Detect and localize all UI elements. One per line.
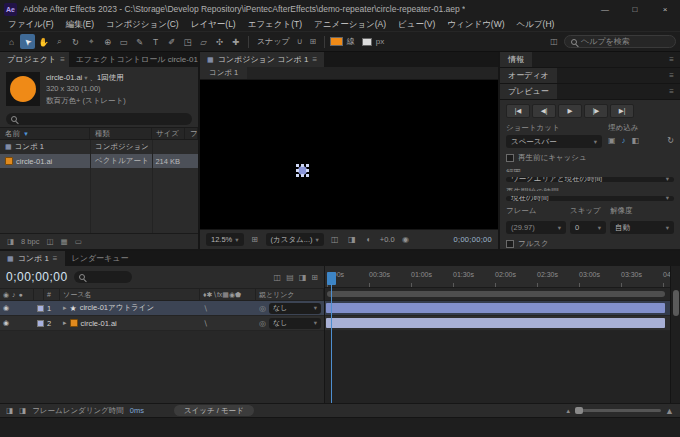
cache-checkbox[interactable] — [506, 154, 514, 162]
column-header-extra[interactable]: フ — [185, 128, 198, 139]
viewport-timecode[interactable]: 0;00;00;00 — [454, 235, 492, 244]
clone-stamp-tool-icon[interactable]: ◳ — [180, 34, 195, 49]
tab-timeline-comp1[interactable]: ▦ コンポ 1 ≡ — [0, 251, 65, 266]
parent-link-column-header[interactable]: 親とリンク — [256, 289, 324, 300]
type-tool-icon[interactable]: T — [148, 34, 163, 49]
selection-tool-icon[interactable]: ➤ — [20, 34, 35, 49]
roto-brush-tool-icon[interactable]: ✣ — [212, 34, 227, 49]
twirl-icon[interactable]: ▸ — [63, 304, 67, 312]
minimize-button[interactable]: — — [590, 0, 620, 18]
interpret-footage-icon[interactable]: ◨ — [7, 237, 14, 246]
scrollbar-thumb[interactable] — [673, 290, 679, 316]
layer-duration-bar[interactable] — [326, 318, 665, 328]
selection-handles[interactable] — [296, 164, 299, 167]
tab-project[interactable]: プロジェクト ≡ — [0, 52, 69, 67]
draft-3d-icon[interactable]: ▤ — [286, 273, 294, 282]
loop-icon[interactable]: ↻ — [667, 136, 674, 145]
layer-duration-bar[interactable] — [326, 303, 665, 313]
project-bpc[interactable]: 8 bpc — [21, 237, 39, 246]
time-ruler[interactable]: 0:00s 00:30s 01:00s 01:30s 02:00s 02:30s… — [325, 266, 670, 288]
puppet-tool-icon[interactable]: ✚ — [228, 34, 243, 49]
project-item-footage[interactable]: circle-01.ai ベクトルアート 214 KB — [0, 154, 198, 168]
quality-switch-icon[interactable]: ∖ — [203, 304, 208, 313]
column-header-size[interactable]: サイズ — [152, 128, 185, 139]
menu-view[interactable]: ビュー(V) — [392, 19, 441, 31]
work-area-bar[interactable] — [327, 291, 665, 297]
quality-switch-icon[interactable]: ∖ — [203, 319, 208, 328]
zoom-out-mountain-icon[interactable]: ▲ — [565, 408, 571, 414]
skip-select[interactable]: 0▾ — [570, 221, 606, 234]
panel-menu-icon[interactable]: ≡ — [53, 254, 58, 263]
hand-tool-icon[interactable]: ✋ — [36, 34, 51, 49]
tab-render-queue[interactable]: レンダーキュー — [65, 251, 136, 266]
menu-effect[interactable]: エフェクト(T) — [242, 19, 308, 31]
view-layout-select[interactable]: (カスタム...) ▾ — [266, 233, 324, 246]
snap-align-icon[interactable]: ⊞ — [307, 37, 319, 46]
shortcut-select[interactable]: スペースバー ▾ — [506, 135, 602, 148]
zoom-slider[interactable] — [575, 409, 661, 412]
go-to-start-button[interactable]: |◀ — [506, 104, 530, 118]
include-overlays-icon[interactable]: ◧ — [632, 136, 640, 145]
close-button[interactable]: × — [650, 0, 680, 18]
zoom-in-mountain-icon[interactable]: ▲ — [665, 406, 674, 416]
parent-select[interactable]: なし ▾ — [269, 303, 321, 314]
rotate-tool-icon[interactable]: ↻ — [68, 34, 83, 49]
timeline-vertical-scrollbar[interactable] — [670, 266, 680, 403]
trash-icon[interactable]: ▭ — [75, 237, 82, 246]
panel-menu-icon[interactable]: ≡ — [669, 84, 680, 99]
project-search-input[interactable] — [6, 113, 192, 125]
include-video-icon[interactable]: ▣ — [608, 136, 616, 145]
chevron-down-icon[interactable]: ▾ — [84, 73, 87, 83]
layer-row-2[interactable]: ◉ 2 ▸ circle-01.ai ∖ ◎ なし ▾ — [0, 316, 324, 331]
parent-select[interactable]: なし ▾ — [269, 318, 321, 329]
tab-preview[interactable]: プレビュー — [500, 84, 557, 99]
expand-transform-icon[interactable]: ◨ — [6, 406, 13, 415]
layer-color-swatch[interactable] — [37, 305, 44, 312]
switches-modes-button[interactable]: スイッチ / モード — [174, 405, 254, 416]
menu-edit[interactable]: 編集(E) — [60, 19, 100, 31]
fill-color-swatch[interactable] — [330, 37, 343, 46]
new-folder-icon[interactable]: ◫ — [46, 237, 53, 246]
panel-menu-icon[interactable]: ≡ — [60, 55, 65, 64]
frame-blend-icon[interactable]: ⊞ — [311, 273, 318, 282]
shy-icon[interactable]: ◨ — [299, 273, 307, 282]
eye-icon[interactable]: ◉ — [3, 319, 9, 327]
column-header-type[interactable]: 種類 — [90, 128, 152, 139]
play-from-select[interactable]: 現在の時間 ▾ — [506, 196, 674, 201]
next-frame-button[interactable]: |▶ — [584, 104, 608, 118]
layer-color-swatch[interactable] — [37, 320, 44, 327]
audio-icon[interactable]: ♪ — [12, 291, 16, 298]
current-timecode[interactable]: 0;00;00;00 — [6, 270, 68, 284]
brush-tool-icon[interactable]: ✐ — [164, 34, 179, 49]
maximize-button[interactable]: □ — [620, 0, 650, 18]
zoom-slider-thumb[interactable] — [575, 407, 583, 414]
pickwhip-icon[interactable]: ◎ — [259, 319, 266, 328]
pen-tool-icon[interactable]: ✎ — [132, 34, 147, 49]
frame-rate-select[interactable]: (29.97)▾ — [506, 221, 566, 234]
range-select[interactable]: ワークエリアと現在の時間 ▾ — [506, 177, 674, 182]
eye-icon[interactable]: ◉ — [3, 304, 9, 312]
resolution-select[interactable]: 自動▾ — [610, 221, 674, 234]
twirl-icon[interactable]: ▸ — [63, 319, 67, 327]
previous-frame-button[interactable]: ◀| — [532, 104, 556, 118]
exposure-icon[interactable]: ◐ — [363, 235, 375, 244]
circle-shape[interactable] — [298, 166, 307, 175]
help-search-input[interactable]: ヘルプを検索 — [564, 35, 676, 48]
timeline-search-input[interactable] — [74, 271, 132, 283]
viewer-tab-comp1[interactable]: コンポ 1 — [200, 67, 247, 79]
snap-magnet-icon[interactable]: ∪ — [294, 37, 306, 46]
pan-behind-tool-icon[interactable]: ⊕ — [100, 34, 115, 49]
composition-viewport[interactable] — [200, 80, 498, 229]
menu-animation[interactable]: アニメーション(A) — [308, 19, 392, 31]
snapshot-icon[interactable]: ◉ — [400, 235, 412, 244]
tab-effect-controls[interactable]: エフェクトコントロール circle-01 — [69, 52, 198, 67]
tab-composition[interactable]: ▦ コンポジション コンポ 1 ≡ — [200, 52, 324, 67]
menu-window[interactable]: ウィンドウ(W) — [441, 19, 510, 31]
panel-menu-icon[interactable]: ≡ — [312, 55, 317, 64]
pickwhip-icon[interactable]: ◎ — [259, 304, 266, 313]
zoom-select[interactable]: 12.5% ▾ — [206, 233, 244, 246]
panel-menu-icon[interactable]: ≡ — [669, 68, 680, 83]
eraser-tool-icon[interactable]: ▱ — [196, 34, 211, 49]
source-name-column-header[interactable]: ソース名 — [60, 289, 200, 300]
tab-info[interactable]: 情報 — [500, 52, 532, 67]
